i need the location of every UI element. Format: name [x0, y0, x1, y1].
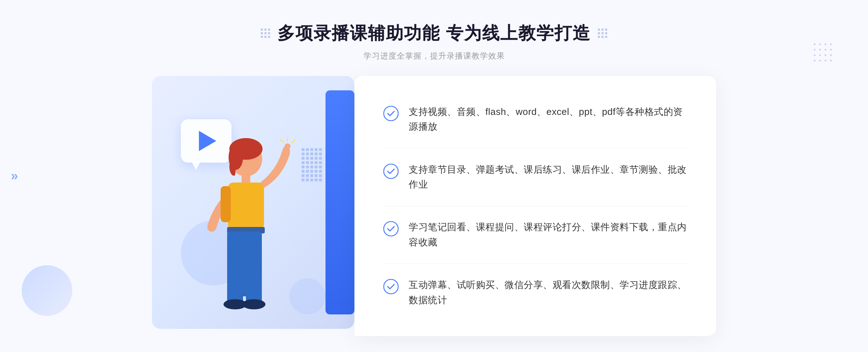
divider-1	[383, 148, 687, 149]
blue-accent-panel	[326, 90, 354, 314]
feature-item-4: 互动弹幕、试听购买、微信分享、观看次数限制、学习进度跟踪、数据统计	[383, 270, 687, 315]
page-title: 多项录播课辅助功能 专为线上教学打造	[277, 22, 590, 45]
divider-3	[383, 263, 687, 264]
feature-item-1: 支持视频、音频、flash、word、excel、ppt、pdf等各种格式的资源…	[383, 97, 687, 142]
divider-2	[383, 206, 687, 206]
svg-point-19	[384, 279, 398, 294]
svg-rect-4	[228, 183, 264, 229]
feature-text-1: 支持视频、音频、flash、word、excel、ppt、pdf等各种格式的资源…	[409, 104, 687, 134]
feature-text-4: 互动弹幕、试听购买、微信分享、观看次数限制、学习进度跟踪、数据统计	[409, 278, 687, 308]
main-content: 支持视频、音频、flash、word、excel、ppt、pdf等各种格式的资源…	[152, 76, 716, 336]
page-subtitle: 学习进度全掌握，提升录播课教学效果	[261, 51, 607, 61]
title-row: 多项录播课辅助功能 专为线上教学打造	[261, 22, 607, 45]
feature-item-2: 支持章节目录、弹题考试、课后练习、课后作业、章节测验、批改作业	[383, 155, 687, 199]
person-illustration	[174, 126, 297, 336]
right-grid-icon	[598, 29, 607, 38]
svg-line-14	[280, 139, 284, 143]
svg-rect-7	[246, 231, 262, 304]
svg-point-16	[384, 106, 398, 121]
left-grid-icon	[261, 29, 270, 38]
svg-point-17	[384, 164, 398, 179]
svg-rect-6	[227, 231, 243, 304]
feature-item-3: 学习笔记回看、课程提问、课程评论打分、课件资料下载，重点内容收藏	[383, 213, 687, 257]
check-icon-1	[383, 106, 399, 121]
check-icon-3	[383, 221, 399, 236]
svg-line-13	[292, 139, 295, 143]
bottom-left-circle-decoration	[22, 265, 72, 316]
features-panel: 支持视频、音频、flash、word、excel、ppt、pdf等各种格式的资源…	[354, 76, 716, 336]
check-icon-4	[383, 279, 399, 294]
stripe-decoration	[302, 148, 322, 181]
check-icon-2	[383, 164, 399, 179]
svg-point-18	[384, 222, 398, 236]
svg-rect-8	[242, 231, 248, 296]
left-illustration-panel	[152, 76, 362, 336]
right-dot-pattern	[814, 43, 832, 61]
svg-point-10	[242, 299, 265, 309]
page-container: » 多项录播课辅助功能 专为线上教学打造 学习进度全掌握，提升录播课教学	[0, 0, 868, 352]
feature-text-3: 学习笔记回看、课程提问、课程评论打分、课件资料下载，重点内容收藏	[409, 220, 687, 250]
feature-text-2: 支持章节目录、弹题考试、课后练习、课后作业、章节测验、批改作业	[409, 162, 687, 192]
page-header: 多项录播课辅助功能 专为线上教学打造 学习进度全掌握，提升录播课教学效果	[261, 22, 607, 61]
left-chevron-decoration: »	[11, 168, 18, 184]
svg-rect-15	[221, 186, 231, 222]
svg-point-11	[285, 143, 290, 149]
